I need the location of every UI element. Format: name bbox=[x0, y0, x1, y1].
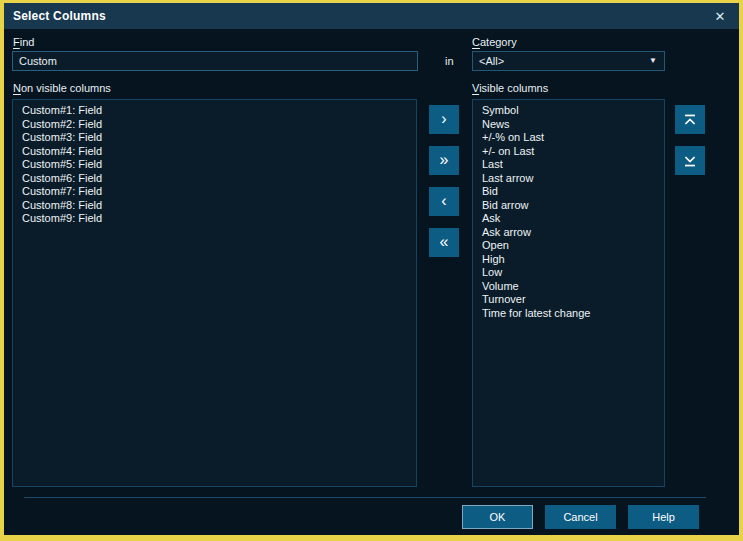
find-label: Find bbox=[13, 36, 34, 48]
list-item[interactable]: Custom#9: Field bbox=[13, 212, 416, 226]
move-all-right-button[interactable]: » bbox=[429, 146, 459, 175]
list-item[interactable]: Turnover bbox=[473, 293, 664, 307]
category-selected-value: <All> bbox=[479, 55, 504, 67]
list-item[interactable]: Bid bbox=[473, 185, 664, 199]
chevron-right-icon: › bbox=[441, 111, 446, 127]
list-item[interactable]: Symbol bbox=[473, 104, 664, 118]
list-item[interactable]: Custom#7: Field bbox=[13, 185, 416, 199]
list-item[interactable]: Custom#4: Field bbox=[13, 145, 416, 159]
category-label: Category bbox=[472, 36, 517, 48]
select-columns-dialog: Select Columns ✕ Find in Category <All> … bbox=[4, 3, 739, 535]
list-item[interactable]: Time for latest change bbox=[473, 307, 664, 321]
non-visible-columns-label: Non visible columns bbox=[13, 82, 111, 94]
list-item[interactable]: Volume bbox=[473, 280, 664, 294]
list-item[interactable]: Custom#6: Field bbox=[13, 172, 416, 186]
cancel-button[interactable]: Cancel bbox=[545, 505, 616, 529]
chevron-left-icon: ‹ bbox=[441, 193, 446, 209]
list-item[interactable]: Last bbox=[473, 158, 664, 172]
list-item[interactable]: Last arrow bbox=[473, 172, 664, 186]
dialog-title: Select Columns bbox=[4, 9, 106, 23]
in-label: in bbox=[445, 55, 454, 67]
list-item[interactable]: Custom#3: Field bbox=[13, 131, 416, 145]
chevron-down-icon: ▼ bbox=[649, 57, 657, 65]
non-visible-columns-list[interactable]: Custom#1: FieldCustom#2: FieldCustom#3: … bbox=[12, 99, 417, 487]
move-to-top-button[interactable] bbox=[675, 105, 705, 134]
list-item[interactable]: Bid arrow bbox=[473, 199, 664, 213]
help-button[interactable]: Help bbox=[628, 505, 699, 529]
select-columns-dialog-frame: Select Columns ✕ Find in Category <All> … bbox=[0, 0, 743, 541]
move-left-button[interactable]: ‹ bbox=[429, 187, 459, 216]
visible-columns-label: Visible columns bbox=[472, 82, 548, 94]
list-item[interactable]: Custom#8: Field bbox=[13, 199, 416, 213]
list-item[interactable]: Custom#2: Field bbox=[13, 118, 416, 132]
visible-columns-list[interactable]: SymbolNews+/-% on Last+/- on LastLastLas… bbox=[472, 99, 665, 487]
title-bar: Select Columns ✕ bbox=[4, 3, 739, 29]
list-item[interactable]: Ask arrow bbox=[473, 226, 664, 240]
list-item[interactable]: Custom#5: Field bbox=[13, 158, 416, 172]
find-input[interactable] bbox=[12, 51, 418, 71]
list-item[interactable]: Low bbox=[473, 266, 664, 280]
list-item[interactable]: +/- on Last bbox=[473, 145, 664, 159]
double-chevron-right-icon: » bbox=[440, 152, 449, 168]
move-to-bottom-icon bbox=[683, 154, 697, 168]
close-button[interactable]: ✕ bbox=[709, 6, 731, 26]
close-icon: ✕ bbox=[715, 9, 726, 24]
double-chevron-left-icon: « bbox=[440, 234, 449, 250]
move-all-left-button[interactable]: « bbox=[429, 228, 459, 257]
list-item[interactable]: Ask bbox=[473, 212, 664, 226]
category-select[interactable]: <All> ▼ bbox=[472, 51, 665, 71]
list-item[interactable]: Custom#1: Field bbox=[13, 104, 416, 118]
move-right-button[interactable]: › bbox=[429, 105, 459, 134]
ok-button[interactable]: OK bbox=[462, 505, 533, 529]
list-item[interactable]: News bbox=[473, 118, 664, 132]
move-to-bottom-button[interactable] bbox=[675, 146, 705, 175]
footer-divider bbox=[24, 497, 706, 498]
list-item[interactable]: +/-% on Last bbox=[473, 131, 664, 145]
dialog-content: Find in Category <All> ▼ Non visible col… bbox=[4, 29, 739, 535]
list-item[interactable]: Open bbox=[473, 239, 664, 253]
move-to-top-icon bbox=[683, 113, 697, 127]
list-item[interactable]: High bbox=[473, 253, 664, 267]
